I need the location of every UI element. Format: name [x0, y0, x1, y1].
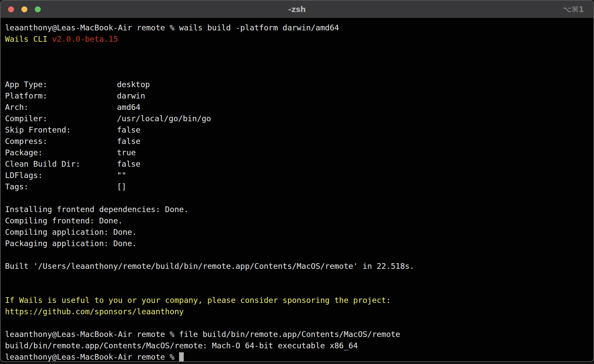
terminal-line-progress: Compiling application: Done.	[5, 226, 589, 238]
build-info-row: LDFlags:""	[5, 170, 589, 181]
build-info-value: /usr/local/go/bin/go	[117, 114, 211, 123]
build-info-label: Arch:	[5, 102, 117, 113]
build-info-row: Compress:false	[5, 136, 589, 147]
terminal-line-file-output: build/bin/remote.app/Contents/MacOS/remo…	[5, 340, 589, 351]
terminal-line-blank	[5, 272, 589, 283]
terminal-line-prompt: leaanthony@Leas-MacBook-Air remote %	[5, 351, 589, 362]
terminal-line-built: Built '/Users/leaanthony/remote/build/bi…	[5, 260, 589, 272]
build-info-value: desktop	[117, 80, 150, 89]
terminal-line-blank	[5, 317, 589, 329]
window-title: -zsh	[1, 1, 593, 18]
wails-version-label: v2.0.0-beta.15	[52, 34, 118, 44]
titlebar[interactable]: -zsh ⌥⌘1	[1, 1, 593, 18]
build-info-row: Arch:amd64	[5, 102, 589, 113]
terminal-line-command-1: leaanthony@Leas-MacBook-Air remote % wai…	[5, 22, 589, 33]
build-info-value: amd64	[117, 103, 140, 112]
build-info-row: Platform:darwin	[5, 90, 589, 102]
build-info-value: true	[117, 148, 136, 157]
build-info-value: ""	[117, 171, 126, 180]
terminal-cursor[interactable]	[179, 352, 184, 361]
build-info-label: App Type:	[5, 79, 117, 90]
terminal-screen[interactable]: leaanthony@Leas-MacBook-Air remote % wai…	[1, 18, 593, 362]
build-info-label: Compress:	[5, 136, 117, 147]
terminal-line-blank	[5, 249, 589, 260]
build-info-label: Clean Build Dir:	[5, 158, 117, 170]
build-info-label: Skip Frontend:	[5, 124, 117, 136]
wails-cli-label: Wails CLI	[5, 34, 52, 44]
terminal-line-blank	[5, 56, 589, 67]
terminal-line-command-2: leaanthony@Leas-MacBook-Air remote % fil…	[5, 329, 589, 340]
build-info-value: false	[117, 159, 140, 169]
terminal-line-sponsor: If Wails is useful to you or your compan…	[5, 295, 589, 306]
terminal-line-banner: Wails CLI v2.0.0-beta.15	[5, 33, 589, 45]
build-info-value: darwin	[117, 91, 145, 101]
build-info-label: Platform:	[5, 90, 117, 102]
prompt-text: leaanthony@Leas-MacBook-Air remote %	[5, 352, 174, 362]
terminal-line-blank	[5, 45, 589, 56]
build-info-row: Package:true	[5, 147, 589, 158]
sponsor-link[interactable]: https://github.com/sponsors/leaanthony	[5, 306, 589, 317]
window-shortcut-badge: ⌥⌘1	[563, 1, 584, 18]
terminal-line-blank	[5, 192, 589, 204]
build-info-value: []	[117, 182, 126, 191]
build-info-label: LDFlags:	[5, 170, 117, 181]
build-info-label: Package:	[5, 147, 117, 158]
build-info-label: Tags:	[5, 181, 117, 192]
terminal-line-blank	[5, 283, 589, 295]
terminal-window: -zsh ⌥⌘1 leaanthony@Leas-MacBook-Air rem…	[0, 0, 594, 362]
terminal-line-progress: Installing frontend dependencies: Done.	[5, 204, 589, 215]
build-info-row: Skip Frontend:false	[5, 124, 589, 136]
build-info-row: Clean Build Dir:false	[5, 158, 589, 170]
build-info-row: App Type:desktop	[5, 79, 589, 90]
build-info-value: false	[117, 137, 140, 146]
build-info-row: Tags:[]	[5, 181, 589, 192]
terminal-line-blank	[5, 67, 589, 79]
terminal-line-progress: Packaging application: Done.	[5, 238, 589, 249]
terminal-line-progress: Compiling frontend: Done.	[5, 215, 589, 226]
build-info-value: false	[117, 125, 140, 135]
build-info-label: Compiler:	[5, 113, 117, 124]
build-info-row: Compiler:/usr/local/go/bin/go	[5, 113, 589, 124]
